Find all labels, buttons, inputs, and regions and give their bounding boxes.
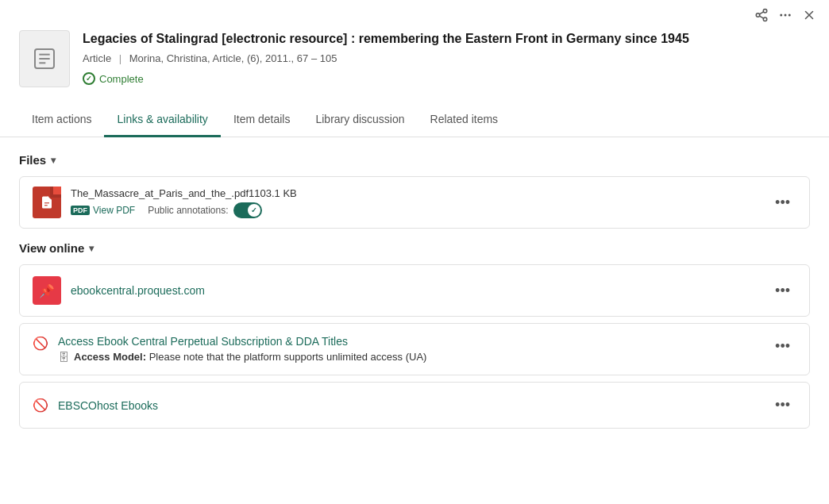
- access-title-row: 🚫 Access Ebook Central Perpetual Subscri…: [33, 335, 796, 364]
- svg-line-3: [759, 16, 763, 18]
- ebookcentral-more-button[interactable]: •••: [769, 279, 796, 302]
- public-annotations-toggle[interactable]: [233, 202, 262, 218]
- file-row: The_Massacre_at_Paris_and_the_.pdf1103.1…: [20, 177, 809, 228]
- tab-bar: Item actions Links & availability Item d…: [0, 103, 829, 137]
- file-info: The_Massacre_at_Paris_and_the_.pdf1103.1…: [71, 187, 759, 218]
- tab-library-discussion[interactable]: Library discussion: [303, 103, 417, 137]
- file-more-button[interactable]: •••: [769, 191, 796, 214]
- ebsco-link[interactable]: EBSCOhost Ebooks: [58, 399, 759, 412]
- view-online-chevron-icon: ▾: [89, 243, 94, 254]
- access-ebook-card: 🚫 Access Ebook Central Perpetual Subscri…: [19, 323, 810, 375]
- svg-line-4: [759, 12, 763, 14]
- view-pdf-button[interactable]: PDF View PDF: [71, 205, 135, 216]
- file-name: The_Massacre_at_Paris_and_the_.pdf1103.1…: [71, 187, 759, 199]
- access-more-button[interactable]: •••: [769, 335, 796, 358]
- check-circle-icon: [83, 72, 95, 85]
- view-online-label: View online: [19, 241, 84, 255]
- status-badge: Complete: [83, 72, 144, 85]
- svg-point-7: [789, 14, 791, 17]
- pdf-badge: PDF: [71, 206, 90, 215]
- access-info: Access Ebook Central Perpetual Subscript…: [58, 335, 759, 364]
- toggle-knob: [248, 204, 260, 217]
- files-label: Files: [19, 153, 46, 167]
- access-model-text: 🗄 Access Model: Please note that the pla…: [58, 351, 759, 364]
- ebookcentral-card: 📌 ebookcentral.proquest.com •••: [19, 264, 810, 317]
- tab-related-items[interactable]: Related items: [418, 103, 511, 137]
- svg-point-5: [780, 14, 782, 17]
- item-thumbnail: [19, 30, 70, 87]
- tab-item-details[interactable]: Item details: [221, 103, 303, 137]
- item-header: Legacies of Stalingrad [electronic resou…: [0, 30, 829, 103]
- ebsco-no-image-icon: 🚫: [33, 398, 48, 413]
- files-chevron-icon: ▾: [51, 155, 56, 166]
- close-icon[interactable]: [802, 8, 816, 22]
- files-section-header[interactable]: Files ▾: [19, 153, 810, 167]
- ebsco-card: 🚫 EBSCOhost Ebooks •••: [19, 382, 810, 429]
- database-icon: 🗄: [58, 351, 69, 364]
- item-meta: Article | Morina, Christina, Article, (6…: [83, 52, 810, 64]
- share-icon[interactable]: [754, 8, 769, 22]
- tab-item-actions[interactable]: Item actions: [19, 103, 104, 137]
- top-bar: [0, 0, 829, 30]
- tab-links-availability[interactable]: Links & availability: [104, 103, 220, 137]
- access-ebook-link[interactable]: Access Ebook Central Perpetual Subscript…: [58, 335, 759, 348]
- ebsco-more-button[interactable]: •••: [769, 394, 796, 417]
- annotations-toggle: Public annotations:: [148, 202, 261, 218]
- file-card: The_Massacre_at_Paris_and_the_.pdf1103.1…: [19, 176, 810, 229]
- pdf-file-icon: [33, 187, 61, 218]
- file-actions: PDF View PDF Public annotations:: [71, 202, 759, 218]
- content-area: Files ▾ The_Massacre_at_Paris_and_the_.p…: [0, 137, 829, 451]
- ebookcentral-link[interactable]: ebookcentral.proquest.com: [71, 284, 759, 297]
- item-info: Legacies of Stalingrad [electronic resou…: [83, 30, 810, 85]
- no-image-icon: 🚫: [33, 336, 48, 352]
- view-online-section: View online ▾ 📌 ebookcentral.proquest.co…: [19, 241, 810, 429]
- more-options-icon[interactable]: [778, 8, 792, 22]
- proquest-pin-icon: 📌: [33, 276, 61, 305]
- view-online-header[interactable]: View online ▾: [19, 241, 810, 255]
- item-title: Legacies of Stalingrad [electronic resou…: [83, 30, 810, 48]
- svg-point-6: [785, 14, 787, 17]
- access-row: 🚫 Access Ebook Central Perpetual Subscri…: [20, 324, 809, 375]
- ebookcentral-row: 📌 ebookcentral.proquest.com •••: [20, 265, 809, 316]
- ebsco-row: 🚫 EBSCOhost Ebooks •••: [20, 383, 809, 428]
